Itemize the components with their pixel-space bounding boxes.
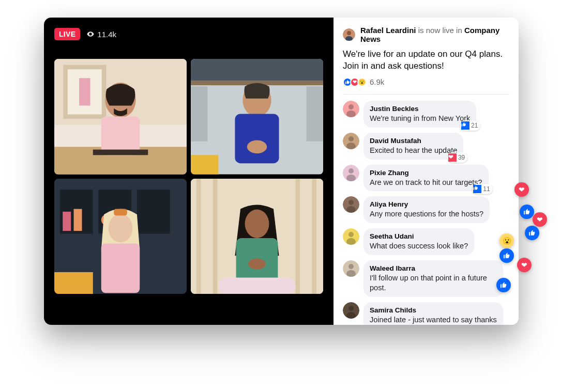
svg-point-47 [348,136,354,142]
comment-text: We're tuning in from New York [370,114,470,123]
live-viewport: LIVE 11.4k [44,18,519,325]
svg-rect-22 [74,209,82,231]
avatar [343,28,355,41]
svg-rect-27 [101,243,140,293]
comment-text: Excited to hear the update [370,146,457,155]
comment-reaction[interactable]: ❤39 [447,152,467,163]
comment-reaction[interactable]: 11 [472,184,492,194]
svg-rect-31 [196,179,201,294]
svg-rect-39 [219,277,296,294]
svg-point-44 [348,104,354,109]
chat-pane: Rafael Leardini is now live in Company N… [333,18,519,325]
like-icon [520,205,534,219]
svg-rect-16 [191,155,219,174]
viewer-count: 11.4k [86,30,116,39]
svg-rect-12 [307,86,323,141]
comment-author: Aliya Henry [370,200,483,208]
svg-rect-6 [101,117,140,155]
svg-rect-34 [312,179,316,294]
comment-bubble: Samira Childs Joined late - just wanted … [363,302,503,325]
love-icon: ❤ [514,182,529,197]
svg-point-50 [348,168,354,174]
comment-author: Waleed Ibarra [370,264,497,272]
video-tile[interactable] [54,179,187,294]
video-pane: LIVE 11.4k [44,18,333,325]
comment[interactable]: David Mustafah Excited to hear the updat… [343,133,509,160]
love-icon: ❤ [533,212,547,227]
reaction-count: 6.9k [370,77,384,86]
live-status-row: LIVE 11.4k [54,28,323,40]
comment[interactable]: Justin Beckles We're tuning in from New … [343,101,509,128]
avatar [343,165,359,181]
header-text: Rafael Leardini is now live in Company N… [360,26,509,43]
svg-point-41 [347,31,351,35]
svg-point-59 [348,264,354,269]
video-tile[interactable] [191,179,323,294]
video-tile[interactable] [191,59,323,175]
comment-bubble: Justin Beckles We're tuning in from New … [363,101,476,128]
svg-rect-26 [114,209,127,215]
comment[interactable]: Pixie Zhang Are we on track to hit our t… [343,165,509,192]
comment-bubble: Pixie Zhang Are we on track to hit our t… [363,165,489,192]
comment-bubble: Seetha Udani What does success look like… [363,228,474,255]
svg-rect-21 [63,211,71,230]
avatar [343,228,359,245]
comments-list: Justin Beckles We're tuning in from New … [343,101,509,325]
live-badge: LIVE [54,28,80,40]
comment-text: I'll follow up on that point in a future… [370,273,497,293]
reaction-icons: ❤ 😮 [343,77,367,87]
wow-icon: 😮 [357,77,367,87]
chat-header: Rafael Leardini is now live in Company N… [343,26,509,43]
eye-icon [86,30,95,38]
comment[interactable]: Samira Childs Joined late - just wanted … [343,302,509,325]
svg-rect-11 [191,86,207,141]
avatar [343,302,359,319]
comment-text: What does success look like? [370,241,468,251]
svg-rect-33 [296,179,300,294]
comment-bubble: David Mustafah Excited to hear the updat… [363,133,463,160]
comment-author: Justin Beckles [370,105,470,113]
video-tile[interactable] [54,59,187,175]
reactions-summary[interactable]: ❤ 😮 6.9k [343,77,509,95]
like-icon [499,248,514,263]
comment-text: Are we on track to hit our targets? [370,178,482,187]
svg-rect-20 [137,190,170,233]
comment-bubble: Waleed Ibarra I'll follow up on that poi… [363,260,503,297]
comment-author: Samira Childs [370,306,497,314]
comment-bubble: Aliya Henry Any more questions for the h… [363,196,490,223]
svg-rect-3 [79,78,90,105]
svg-point-25 [109,214,133,242]
svg-rect-7 [93,150,148,155]
svg-point-53 [348,200,354,205]
svg-point-62 [348,306,354,311]
comment[interactable]: Aliya Henry Any more questions for the h… [343,196,509,223]
comment-author: Seetha Udani [370,232,468,240]
comment-reaction[interactable]: 21 [460,120,480,131]
svg-rect-32 [213,179,218,294]
comment-text: Joined late - just wanted to say thanks … [370,315,497,325]
love-icon: ❤ [517,258,532,272]
header-middle: is now live in [416,26,464,35]
svg-rect-14 [235,114,279,163]
avatar [343,101,359,117]
comment-author: David Mustafah [370,137,457,145]
avatar [343,196,359,213]
svg-point-38 [248,258,266,269]
svg-rect-28 [54,272,93,294]
post-text: We're live for an update on our Q4 plans… [343,49,509,72]
comment-text: Any more questions for the hosts? [370,209,483,219]
svg-point-56 [348,232,354,237]
viewer-count-text: 11.4k [97,30,116,39]
wow-icon: 😮 [499,233,514,248]
header-author: Rafael Leardini [360,26,416,35]
avatar [343,260,359,277]
svg-point-36 [245,209,269,238]
like-icon [496,278,511,292]
svg-rect-9 [191,59,323,81]
video-grid [54,59,323,294]
comment[interactable]: Seetha Udani What does success look like… [343,228,509,255]
comment-author: Pixie Zhang [370,169,482,177]
comment[interactable]: Waleed Ibarra I'll follow up on that poi… [343,260,509,297]
avatar [343,133,359,149]
like-icon [525,226,539,240]
